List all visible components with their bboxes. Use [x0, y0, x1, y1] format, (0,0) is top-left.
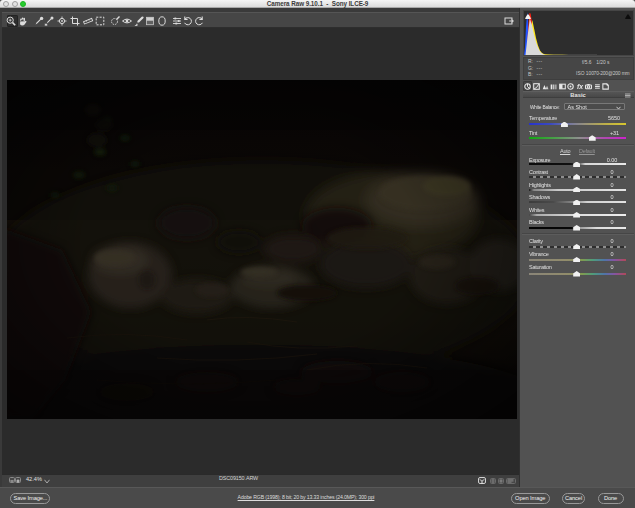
svg-text:fx: fx: [577, 83, 584, 90]
